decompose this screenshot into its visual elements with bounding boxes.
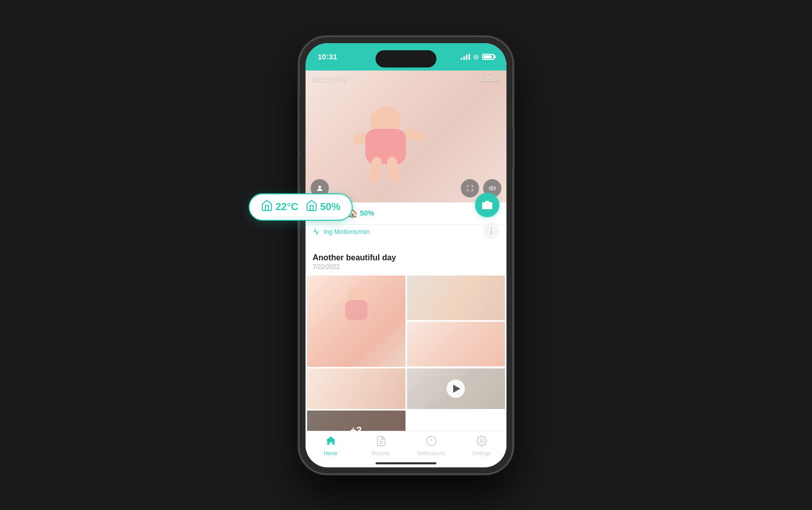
mute-button[interactable]	[297, 98, 299, 114]
content-area: Another beautiful day 7/22/2022	[306, 246, 506, 431]
nav-reports-label: Reports	[372, 451, 390, 456]
photo-video[interactable]	[407, 368, 505, 409]
volume-up-button[interactable]	[297, 123, 299, 149]
status-time: 10:31	[318, 52, 337, 61]
tooltip-humidity-icon	[306, 199, 318, 215]
battery-icon	[482, 54, 494, 60]
nav-notifications[interactable]: Notifications	[406, 435, 456, 456]
settings-icon	[476, 435, 487, 450]
album-date: 7/22/2022	[306, 263, 506, 276]
tooltip-humidity: 50%	[306, 199, 341, 215]
photo-1[interactable]	[307, 276, 405, 367]
wifi-icon: ⊛	[473, 53, 479, 61]
power-button[interactable]	[513, 128, 515, 169]
phone-screen: 10:31 ⊛ 10:31:27 PM CoboAI	[306, 43, 506, 467]
more-photos-overlay: +3	[307, 411, 405, 431]
phone-scene: 10:31 ⊛ 10:31:27 PM CoboAI	[299, 37, 513, 473]
nav-home-label: Home	[324, 451, 337, 456]
motion-text: ing Motions/min	[313, 228, 370, 236]
photo-more[interactable]: +3	[307, 411, 405, 431]
video-feed: 10:31:27 PM CoboAI	[306, 71, 506, 202]
tooltip-badge: 22°C 50%	[249, 193, 353, 221]
home-icon	[325, 435, 336, 450]
tooltip-temp-icon	[261, 199, 273, 215]
fullscreen-button[interactable]	[461, 179, 479, 197]
notifications-icon	[426, 435, 437, 450]
camera-button[interactable]	[475, 193, 499, 217]
album-title: Another beautiful day	[306, 246, 506, 263]
more-options-button[interactable]: ⋮	[483, 223, 499, 239]
nav-home[interactable]: Home	[306, 435, 356, 456]
status-icons: ⊛	[461, 53, 494, 61]
reports-icon	[376, 435, 387, 450]
nav-settings-label: Settings	[472, 451, 490, 456]
photo-grid: +3	[306, 276, 506, 431]
nav-settings[interactable]: Settings	[456, 435, 506, 456]
home-indicator	[376, 462, 436, 464]
tooltip-temperature: 22°C	[261, 199, 298, 215]
photo-2[interactable]	[407, 276, 505, 320]
nav-reports[interactable]: Reports	[356, 435, 406, 456]
svg-point-0	[318, 185, 321, 188]
photo-3[interactable]	[407, 322, 505, 366]
motion-bar: ing Motions/min	[313, 225, 476, 239]
volume-down-button[interactable]	[297, 156, 299, 181]
photo-4[interactable]	[307, 368, 405, 409]
signal-icon	[461, 54, 470, 60]
nav-notifications-label: Notifications	[417, 451, 445, 456]
play-button[interactable]	[447, 380, 465, 398]
svg-point-8	[480, 439, 483, 443]
svg-marker-1	[489, 186, 492, 190]
dynamic-island	[376, 50, 436, 67]
